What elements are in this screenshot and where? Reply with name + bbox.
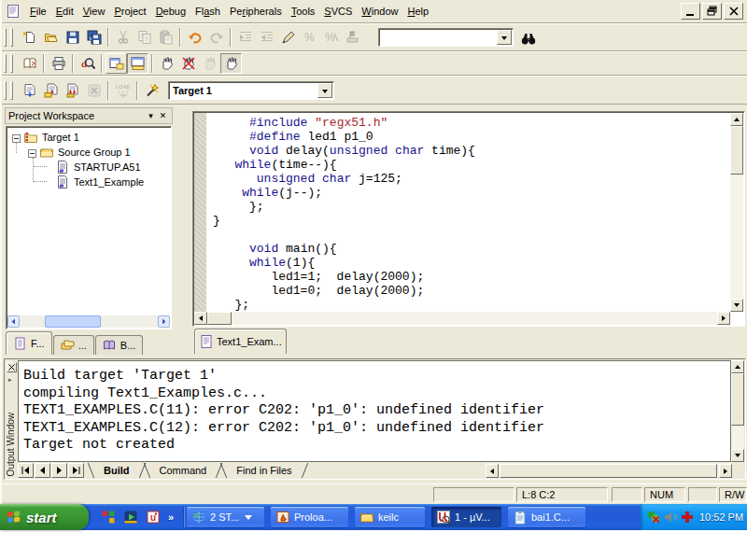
output-pane-button[interactable] <box>127 53 148 74</box>
scroll-right-button[interactable] <box>717 312 730 325</box>
code-lines[interactable]: #include "regx51.h" #define led1 p1_0 vo… <box>206 113 730 312</box>
tree-item-text1-example[interactable]: Text1_Example <box>8 175 158 189</box>
bookmark-pen-button[interactable] <box>277 27 299 48</box>
find-next-button[interactable] <box>342 27 363 48</box>
toolbar-grip[interactable] <box>10 81 13 100</box>
start-button[interactable]: start <box>0 504 89 530</box>
workspace-menu-button[interactable]: ▾ <box>145 110 157 122</box>
scroll-thumb[interactable] <box>45 315 101 328</box>
comment-button[interactable]: % <box>299 27 320 48</box>
output-tab-build[interactable]: Build <box>89 463 145 478</box>
workspace-tab-b[interactable]: B... <box>95 335 144 355</box>
output-vscrollbar[interactable] <box>731 360 744 462</box>
ql-letter-icon[interactable]: u <box>146 510 161 525</box>
toolbar-grip[interactable] <box>10 54 13 73</box>
workspace-treebox[interactable]: Target 1Source Group 1STARTUP.A51Text1_E… <box>6 126 172 329</box>
task-button-keilc[interactable]: keilc <box>355 507 425 527</box>
restore-button[interactable] <box>702 3 722 20</box>
new-file-button[interactable] <box>19 27 40 48</box>
translate-button[interactable] <box>19 80 40 101</box>
prev-tab-button[interactable] <box>35 463 50 478</box>
menu-peripherals[interactable]: Peripherals <box>225 3 287 20</box>
hand-pressed-button[interactable] <box>220 53 242 74</box>
output-tab-find-in-files[interactable]: Find in Files <box>221 463 306 478</box>
paste-button[interactable] <box>155 27 176 48</box>
task-button-proloa[interactable]: Proloa... <box>271 507 348 527</box>
tray-clock[interactable]: 10:52 PM <box>699 511 743 523</box>
task-button-1-v[interactable]: 1 - µV... <box>431 507 501 527</box>
scroll-thumb[interactable] <box>207 312 232 325</box>
workspace-tab-f[interactable]: F... <box>6 331 52 355</box>
save-all-button[interactable] <box>83 27 105 48</box>
outdent-button[interactable] <box>256 27 277 48</box>
menu-window[interactable]: Window <box>357 3 402 20</box>
tree-expander[interactable] <box>28 148 36 157</box>
task-button-2-st[interactable]: 2 ST... <box>187 507 264 527</box>
scroll-right-button[interactable] <box>719 464 732 478</box>
menu-view[interactable]: View <box>78 3 110 20</box>
rebuild-all-button[interactable] <box>62 80 83 101</box>
editor-vscrollbar[interactable] <box>730 113 743 312</box>
target-options-button[interactable] <box>141 80 162 101</box>
window-icon[interactable] <box>6 4 21 19</box>
hand-button[interactable] <box>156 53 177 74</box>
find-button[interactable] <box>517 28 540 49</box>
menu-file[interactable]: File <box>25 3 51 20</box>
scroll-thumb[interactable] <box>730 126 743 175</box>
tree-item-startup-a51[interactable]: STARTUP.A51 <box>8 160 158 175</box>
target-combo[interactable]: Target 1 <box>168 81 334 100</box>
quick-launch-overflow[interactable]: » <box>168 511 174 523</box>
menu-flash[interactable]: Flash <box>190 3 225 20</box>
output-pin-icon[interactable]: ▸ <box>8 376 12 384</box>
net-status-icon[interactable] <box>646 510 661 525</box>
volume-icon[interactable] <box>663 510 678 525</box>
toolbar-grip[interactable] <box>4 28 7 47</box>
menu-debug[interactable]: Debug <box>151 3 190 20</box>
last-tab-button[interactable] <box>68 463 84 478</box>
scroll-right-button[interactable] <box>158 315 170 328</box>
target-combo-dropdown[interactable] <box>317 83 332 98</box>
ql-player-icon[interactable] <box>123 510 138 525</box>
tree-item-target-1[interactable]: Target 1 <box>8 130 158 145</box>
tree-expander[interactable] <box>12 133 21 142</box>
scroll-down-button[interactable] <box>730 299 743 312</box>
hand-stop-button[interactable] <box>177 53 199 74</box>
print-button[interactable] <box>48 53 69 74</box>
build-target-button[interactable] <box>40 80 62 101</box>
editor-hscrollbar[interactable] <box>194 312 730 325</box>
tree-hscrollbar[interactable] <box>7 315 170 328</box>
toolbar-grip[interactable] <box>4 54 7 73</box>
toolbar-grip[interactable] <box>10 28 13 47</box>
minimize-button[interactable] <box>681 3 700 20</box>
editor-window[interactable]: #include "regx51.h" #define led1 p1_0 vo… <box>192 111 745 327</box>
workspace-tab-x[interactable]: ... <box>53 335 94 355</box>
scroll-left-button[interactable] <box>486 464 499 478</box>
output-text[interactable]: Build target 'Target 1'compiling Text1_E… <box>18 360 731 462</box>
workspace-close-button[interactable]: ✕ <box>157 110 169 122</box>
uncomment-button[interactable]: % <box>320 27 342 48</box>
save-button[interactable] <box>62 27 83 48</box>
hand-disabled-button[interactable] <box>199 53 220 74</box>
scroll-left-button[interactable] <box>194 312 207 325</box>
menu-edit[interactable]: Edit <box>51 3 78 20</box>
toolbar-grip[interactable] <box>4 81 7 100</box>
indent-button[interactable] <box>234 27 256 48</box>
cut-button[interactable] <box>112 27 134 48</box>
output-close-button[interactable] <box>7 362 17 372</box>
stop-build-button[interactable] <box>83 80 105 101</box>
menu-tools[interactable]: Tools <box>287 3 320 20</box>
scroll-left-button[interactable] <box>7 315 20 328</box>
open-file-button[interactable] <box>40 27 62 48</box>
menu-project[interactable]: Project <box>109 3 150 20</box>
next-tab-button[interactable] <box>51 463 67 478</box>
first-tab-button[interactable] <box>18 463 34 478</box>
download-button[interactable]: LOAD <box>112 80 134 101</box>
output-window[interactable]: ▸ Output Window Build target 'Target 1'c… <box>4 358 746 480</box>
output-hscrollbar[interactable] <box>486 463 732 478</box>
menu-help[interactable]: Help <box>402 3 433 20</box>
scroll-thumb[interactable] <box>731 373 744 426</box>
close-button[interactable] <box>724 3 743 20</box>
copy-button[interactable] <box>134 27 155 48</box>
scroll-thumb[interactable] <box>500 464 717 478</box>
menu-svcs[interactable]: SVCS <box>319 3 357 20</box>
